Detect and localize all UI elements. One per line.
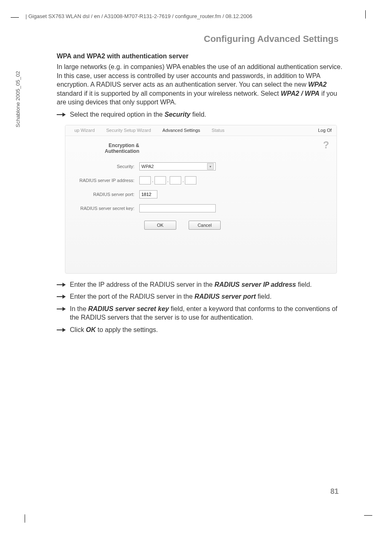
help-icon[interactable]: ?	[323, 139, 329, 151]
radius-secret-label: RADIUS server secret key:	[74, 206, 139, 211]
form-area: ? Encryption &Authentication Security: W…	[65, 136, 337, 237]
header-path: | Gigaset SX763 WLAN dsl / en / A31008-M…	[25, 13, 252, 19]
router-ui-screenshot: up Wizard Security Setup Wizard Advanced…	[65, 125, 337, 274]
cancel-button[interactable]: Cancel	[189, 221, 221, 230]
logoff-link[interactable]: Log Of	[318, 128, 333, 133]
arrow-right-icon	[57, 327, 66, 333]
subheading: WPA and WPA2 with authentication server	[57, 53, 344, 60]
form-title: Encryption &Authentication	[74, 143, 139, 154]
bullet-5: Click OK to apply the settings.	[57, 325, 344, 334]
bullet-2: Enter the IP address of the RADIUS serve…	[57, 280, 344, 289]
bullet-4: In the RADIUS server secret key field, e…	[57, 304, 344, 322]
arrow-right-icon	[57, 112, 66, 118]
arrow-right-icon	[57, 282, 66, 288]
template-note: Schablone 2005_05_02	[15, 71, 21, 127]
radius-secret-input[interactable]	[139, 204, 216, 212]
arrow-right-icon	[57, 294, 66, 300]
radius-ip-label: RADIUS server IP address:	[74, 178, 139, 183]
ip-octet-2[interactable]	[154, 176, 166, 184]
content-area: WPA and WPA2 with authentication server …	[57, 53, 344, 334]
radius-port-label: RADIUS server port:	[74, 192, 139, 197]
ip-octet-4[interactable]	[185, 176, 196, 184]
radius-ip-inputs: . . .	[139, 176, 196, 184]
ip-octet-1[interactable]	[139, 176, 151, 184]
page-number: 81	[330, 487, 339, 496]
ip-octet-3[interactable]	[170, 176, 181, 184]
bullet-1: Select the required option in the Securi…	[57, 110, 344, 119]
radius-port-input[interactable]	[139, 190, 157, 198]
tabs-row: up Wizard Security Setup Wizard Advanced…	[65, 125, 337, 136]
section-title: Configuring Advanced Settings	[204, 34, 339, 44]
bullet-3: Enter the port of the RADIUS server in t…	[57, 292, 344, 301]
security-select[interactable]: WPA2 ▾	[139, 162, 216, 171]
arrow-right-icon	[57, 306, 66, 312]
tab-status[interactable]: Status	[206, 128, 230, 133]
ok-button[interactable]: OK	[144, 221, 176, 230]
chevron-down-icon: ▾	[207, 163, 214, 170]
security-label: Security:	[74, 164, 139, 169]
tab-security-wizard[interactable]: Security Setup Wizard	[101, 128, 157, 133]
tab-advanced-settings[interactable]: Advanced Settings	[157, 128, 206, 133]
intro-paragraph: In large networks (e.g. in companies) WP…	[57, 62, 344, 107]
tab-wizard[interactable]: up Wizard	[69, 128, 101, 133]
